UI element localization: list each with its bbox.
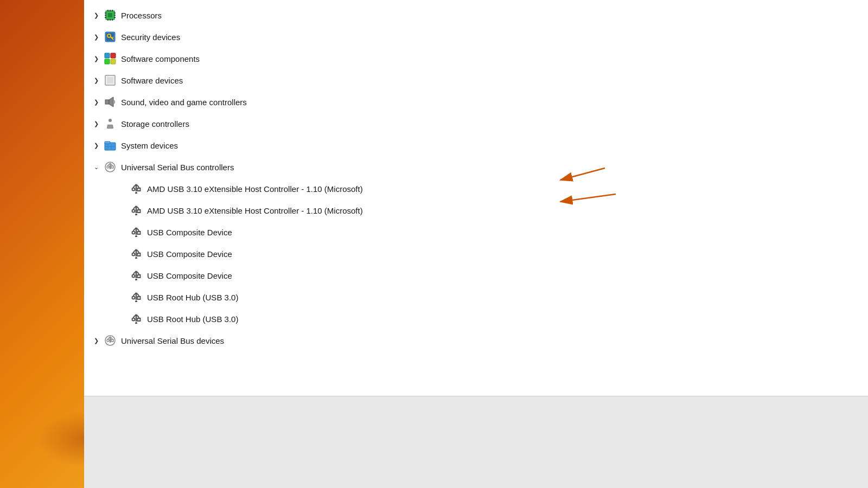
svg-rect-100 — [138, 318, 141, 321]
software-components-label: Software components — [121, 54, 200, 63]
tree-item-usb-composite-2[interactable]: ❯ USB Composite Device — [84, 243, 868, 265]
usb-devices-label: Universal Serial Bus devices — [121, 336, 224, 345]
svg-rect-55 — [138, 210, 141, 213]
tree-item-sound-video[interactable]: ❯ Sound, video and game controllers — [84, 91, 868, 113]
usb-child-icon-1 — [130, 182, 143, 195]
software-devices-label: Software devices — [121, 76, 183, 85]
usb-root-icon-1 — [130, 291, 143, 304]
tree-item-security-devices[interactable]: ❯ Security devices — [84, 26, 868, 48]
tree-item-usb-composite-3[interactable]: ❯ USB Composite Device — [84, 265, 868, 286]
usb-devices-icon — [104, 334, 117, 347]
svg-rect-110 — [111, 339, 113, 342]
svg-rect-64 — [138, 232, 141, 234]
usb-composite-icon-2 — [130, 247, 143, 260]
usb-controllers-icon — [104, 160, 117, 174]
svg-point-54 — [132, 210, 135, 213]
storage-controllers-label: Storage controllers — [121, 119, 189, 129]
tree-item-usb-root-1[interactable]: ❯ USB Root Hub (USB 3.0) — [84, 286, 868, 308]
svg-rect-25 — [105, 100, 109, 104]
tree-item-usb-composite-1[interactable]: ❯ USB Composite Device — [84, 221, 868, 243]
svg-rect-24 — [107, 77, 113, 84]
sound-video-label: Sound, video and game controllers — [121, 98, 247, 107]
chevron-sound-video[interactable]: ❯ — [91, 97, 101, 107]
chevron-software-components[interactable]: ❯ — [91, 53, 101, 64]
tree-item-usb-root-2[interactable]: ❯ USB Root Hub (USB 3.0) — [84, 308, 868, 330]
svg-point-72 — [132, 253, 135, 256]
security-icon — [104, 30, 117, 43]
system-devices-label: System devices — [121, 141, 178, 150]
storage-icon — [104, 117, 117, 130]
svg-rect-39 — [111, 166, 113, 168]
processors-label: Processors — [121, 11, 162, 20]
svg-point-109 — [107, 339, 109, 342]
svg-point-27 — [108, 119, 112, 122]
processor-icon — [104, 9, 117, 22]
svg-rect-82 — [138, 275, 141, 278]
usb-composite-3-label: USB Composite Device — [147, 271, 232, 280]
chevron-processors[interactable]: ❯ — [91, 10, 101, 21]
tree-item-storage-controllers[interactable]: ❯ Storage controllers — [84, 113, 868, 134]
amd-usb-2-label: AMD USB 3.10 eXtensible Host Controller … — [147, 206, 363, 215]
sound-icon — [104, 95, 117, 108]
svg-point-63 — [132, 232, 135, 234]
svg-rect-46 — [138, 188, 141, 191]
amd-usb-1-label: AMD USB 3.10 eXtensible Host Controller … — [147, 184, 363, 194]
chevron-security-devices[interactable]: ❯ — [91, 31, 101, 42]
software-components-icon — [104, 52, 117, 65]
svg-marker-26 — [109, 97, 113, 107]
chevron-usb-devices[interactable]: ❯ — [91, 335, 101, 346]
svg-rect-20 — [111, 53, 116, 58]
usb-composite-icon-1 — [130, 226, 143, 239]
tree-item-system-devices[interactable]: ❯ System devices — [84, 134, 868, 156]
taskbar-area — [84, 396, 868, 488]
svg-rect-28 — [107, 125, 113, 129]
tree-item-software-components[interactable]: ❯ Software components — [84, 48, 868, 69]
usb-controllers-label: Universal Serial Bus controllers — [121, 163, 234, 172]
svg-point-99 — [132, 318, 135, 321]
software-devices-icon — [104, 74, 117, 87]
tree-item-usb-devices[interactable]: ❯ Universal Serial Bus devices — [84, 330, 868, 351]
device-manager-panel: ❯ Proces — [84, 0, 868, 396]
usb-root-1-label: USB Root Hub (USB 3.0) — [147, 293, 238, 302]
usb-composite-1-label: USB Composite Device — [147, 228, 232, 237]
svg-rect-19 — [105, 53, 110, 58]
security-devices-label: Security devices — [121, 33, 180, 42]
device-tree: ❯ Proces — [84, 0, 868, 356]
tree-item-processors[interactable]: ❯ Proces — [84, 4, 868, 26]
system-devices-icon — [104, 139, 117, 152]
tree-item-software-devices[interactable]: ❯ Software devices — [84, 69, 868, 91]
usb-composite-icon-3 — [130, 269, 143, 282]
tree-item-amd-usb-2[interactable]: ❯ AMD USB 3.10 eXtensible Host Controlle… — [84, 200, 868, 221]
usb-root-icon-2 — [130, 312, 143, 325]
usb-composite-2-label: USB Composite Device — [147, 249, 232, 259]
svg-rect-73 — [138, 253, 141, 256]
svg-point-81 — [132, 275, 135, 278]
svg-point-90 — [132, 297, 135, 299]
tree-item-amd-usb-1[interactable]: ❯ AMD USB 3.10 eXtensible Host Controlle… — [84, 178, 868, 200]
chevron-system-devices[interactable]: ❯ — [91, 140, 101, 151]
svg-point-38 — [107, 166, 109, 168]
chevron-software-devices[interactable]: ❯ — [91, 75, 101, 86]
usb-root-2-label: USB Root Hub (USB 3.0) — [147, 314, 238, 324]
svg-rect-30 — [105, 142, 110, 144]
chevron-storage-controllers[interactable]: ❯ — [91, 118, 101, 129]
svg-rect-22 — [111, 59, 116, 64]
svg-rect-21 — [105, 59, 110, 64]
usb-child-icon-2 — [130, 204, 143, 217]
svg-point-45 — [132, 188, 135, 191]
svg-rect-91 — [138, 297, 141, 299]
svg-rect-1 — [108, 13, 112, 17]
tree-item-usb-controllers[interactable]: ⌄ Universal Serial Bus controllers — [84, 156, 868, 178]
chevron-usb-controllers[interactable]: ⌄ — [91, 162, 101, 172]
